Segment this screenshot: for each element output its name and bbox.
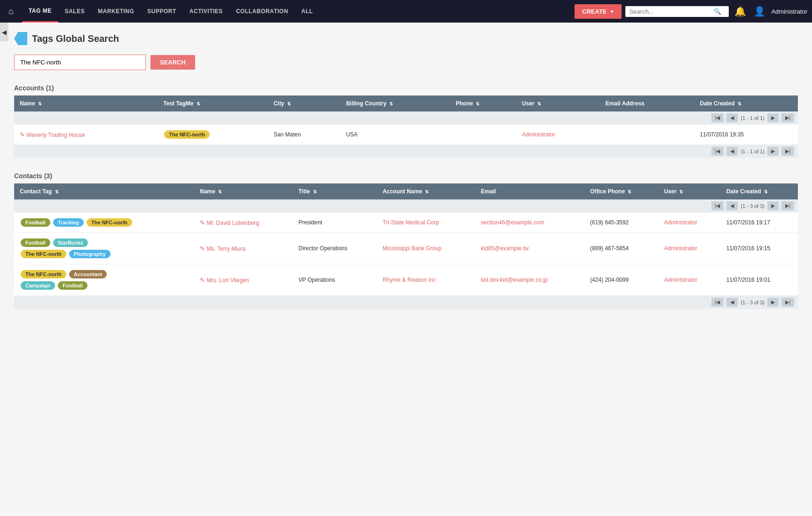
edit-icon[interactable]: ✎ (20, 131, 25, 138)
contacts-pagination-top-row: |◀ ◀ (1 - 3 of 3) ▶ ▶| (14, 199, 798, 213)
accounts-col-datecreated[interactable]: Date Created ⇅ (694, 95, 798, 111)
sidebar-toggle[interactable]: ◀ (0, 23, 8, 41)
nav-item-all[interactable]: ALL (295, 0, 320, 23)
nav-item-collaboration[interactable]: COLLABORATION (229, 0, 295, 23)
contact-account-link-1[interactable]: Tri-State Medical Corp (383, 219, 439, 226)
accounts-prev-page-btn-bottom[interactable]: ◀ (726, 147, 738, 156)
nav-item-activities[interactable]: ACTIVITIES (183, 0, 229, 23)
contact-user-link-2[interactable]: Administrator (664, 245, 697, 252)
user-avatar-icon[interactable]: 👤 (752, 6, 767, 17)
contacts-row2-email: kid85@example.tw (475, 233, 584, 264)
edit-icon[interactable]: ✎ (200, 277, 205, 284)
create-label: CREATE (582, 8, 607, 15)
accounts-pagination-top-row: |◀ ◀ (1 - 1 of 1) ▶ ▶| (14, 111, 798, 125)
search-button[interactable]: SEARCH (150, 55, 195, 70)
edit-icon[interactable]: ✎ (200, 245, 205, 252)
global-search-input[interactable] (629, 8, 714, 15)
home-icon[interactable]: ⌂ (5, 7, 17, 16)
tag-search-input[interactable] (14, 55, 146, 70)
accounts-row-name: ✎ Waverly Trading House (14, 125, 158, 145)
accounts-next-page-btn-top[interactable]: ▶ (767, 113, 779, 122)
accounts-row-city: San Mateo (268, 125, 340, 145)
contacts-prev-page-btn-bottom[interactable]: ◀ (726, 298, 738, 307)
contacts-col-email[interactable]: Email (475, 183, 584, 199)
accounts-next-page-btn-bottom[interactable]: ▶ (767, 147, 779, 156)
contacts-row2-name: ✎ Ms. Terry Miura (194, 233, 292, 264)
contacts-col-tag[interactable]: Contact Tag ⇅ (14, 183, 194, 199)
search-icon: 🔍 (714, 8, 721, 15)
contact-name-link-2[interactable]: Ms. Terry Miura (207, 246, 245, 252)
nav-item-marketing[interactable]: MARKETING (91, 0, 141, 23)
tag-badge-starbucks-2[interactable]: StarBucks (53, 238, 88, 247)
contacts-col-user[interactable]: User ⇅ (658, 183, 720, 199)
contacts-col-accountname[interactable]: Account Name ⇅ (377, 183, 475, 199)
contacts-last-page-btn-bottom[interactable]: ▶| (781, 298, 794, 307)
edit-icon[interactable]: ✎ (200, 219, 205, 226)
contacts-last-page-btn-top[interactable]: ▶| (781, 201, 794, 210)
contacts-first-page-btn-top[interactable]: |◀ (711, 201, 724, 210)
nav-right: CREATE ▼ 🔍 🔔 👤 Administrator (575, 4, 807, 19)
contact-account-link-2[interactable]: Mississippi Bank Group (383, 245, 441, 252)
contact-user-link-1[interactable]: Administrator (664, 219, 697, 226)
contacts-col-datecreated[interactable]: Date Created ⇅ (721, 183, 798, 199)
tag-badge-photography-2[interactable]: Photography (69, 250, 110, 258)
contacts-col-phone[interactable]: Office Phone ⇅ (584, 183, 658, 199)
tag-badge-tracking-1[interactable]: Tracking (53, 218, 84, 227)
tag-badge-football-1[interactable]: Football (21, 218, 50, 227)
contacts-row2-datecreated: 11/07/2016 19:15 (721, 233, 798, 264)
accounts-col-testtagme[interactable]: Test TagMe ⇅ (158, 95, 268, 111)
accounts-row-email (600, 125, 694, 145)
nav-item-sales[interactable]: SALES (58, 0, 92, 23)
tag-badge-nfc-north-2[interactable]: The NFC-north (21, 250, 66, 258)
contacts-next-page-btn-bottom[interactable]: ▶ (767, 298, 779, 307)
tag-badge-football-3[interactable]: Football (58, 281, 87, 290)
tag-badge-nfc-north-1[interactable]: The NFC-north (87, 218, 132, 227)
contacts-row1-phone: (619) 645-3592 (584, 213, 658, 233)
contact-name-link-3[interactable]: Mrs. Lori Vilegen (207, 277, 249, 284)
nav-item-support[interactable]: SUPPORT (141, 0, 183, 23)
contacts-col-title[interactable]: Title ⇅ (293, 183, 377, 199)
contacts-pagination-info-top: (1 - 3 of 3) (741, 203, 765, 209)
contact-account-link-3[interactable]: Rhyme & Reason Inc (383, 277, 436, 283)
contacts-next-page-btn-top[interactable]: ▶ (767, 201, 779, 210)
main-content: Tags Global Search SEARCH Accounts (1) N… (0, 23, 812, 328)
table-row: Football Tracking The NFC-north ✎ Mr. Da… (14, 213, 798, 233)
accounts-col-email[interactable]: Email Address (600, 95, 694, 111)
contact-email-link-1[interactable]: section46@example.com (481, 219, 544, 226)
contacts-table-wrapper: Contact Tag ⇅ Name ⇅ Title ⇅ Account Nam… (14, 183, 798, 318)
accounts-col-name[interactable]: Name ⇅ (14, 95, 158, 111)
contacts-prev-page-btn-top[interactable]: ◀ (726, 201, 738, 210)
accounts-prev-page-btn-top[interactable]: ◀ (726, 113, 738, 122)
tag-badge-accountant-3[interactable]: Accountant (69, 270, 107, 278)
tag-badge-football-2[interactable]: Football (21, 238, 50, 247)
account-name-link[interactable]: Waverly Trading House (26, 132, 85, 138)
accounts-col-city[interactable]: City ⇅ (268, 95, 340, 111)
accounts-col-billingcountry[interactable]: Billing Country ⇅ (340, 95, 450, 111)
accounts-col-phone[interactable]: Phone ⇅ (450, 95, 516, 111)
tag-badge-campaign-3[interactable]: Campaign (21, 281, 55, 290)
accounts-pagination-info-bottom: (1 - 1 of 1) (741, 149, 765, 154)
accounts-first-page-btn-bottom[interactable]: |◀ (711, 147, 724, 156)
contact-name-link-1[interactable]: Mr. David Lobenberg (207, 220, 259, 226)
contacts-row2-accountname: Mississippi Bank Group (377, 233, 475, 264)
accounts-user-link[interactable]: Administrator (522, 131, 555, 138)
contacts-row3-email: kid.dev.kid@example.co.jp (475, 264, 584, 296)
tag-badge-nfc-north-account[interactable]: The NFC-north (164, 130, 210, 139)
contacts-row1-title: President (293, 213, 377, 233)
accounts-last-page-btn-top[interactable]: ▶| (781, 113, 794, 122)
accounts-last-page-btn-bottom[interactable]: ▶| (781, 147, 794, 156)
contacts-pagination-info-bottom: (1 - 3 of 3) (741, 300, 765, 305)
tag-badge-nfc-north-3[interactable]: The NFC-north (21, 270, 66, 278)
contact-user-link-3[interactable]: Administrator (664, 277, 697, 283)
contacts-first-page-btn-bottom[interactable]: |◀ (711, 298, 724, 307)
admin-label[interactable]: Administrator (771, 8, 807, 15)
accounts-col-user[interactable]: User ⇅ (516, 95, 600, 111)
contacts-col-name[interactable]: Name ⇅ (194, 183, 292, 199)
nav-item-tag-me[interactable]: TAG ME (22, 0, 58, 23)
create-button[interactable]: CREATE ▼ (575, 4, 622, 19)
contact-email-link-2[interactable]: kid85@example.tw (481, 245, 529, 252)
contact-email-link-3[interactable]: kid.dev.kid@example.co.jp (481, 277, 548, 283)
notifications-icon[interactable]: 🔔 (733, 6, 748, 17)
accounts-first-page-btn-top[interactable]: |◀ (711, 113, 724, 122)
tags-icon (14, 32, 27, 45)
